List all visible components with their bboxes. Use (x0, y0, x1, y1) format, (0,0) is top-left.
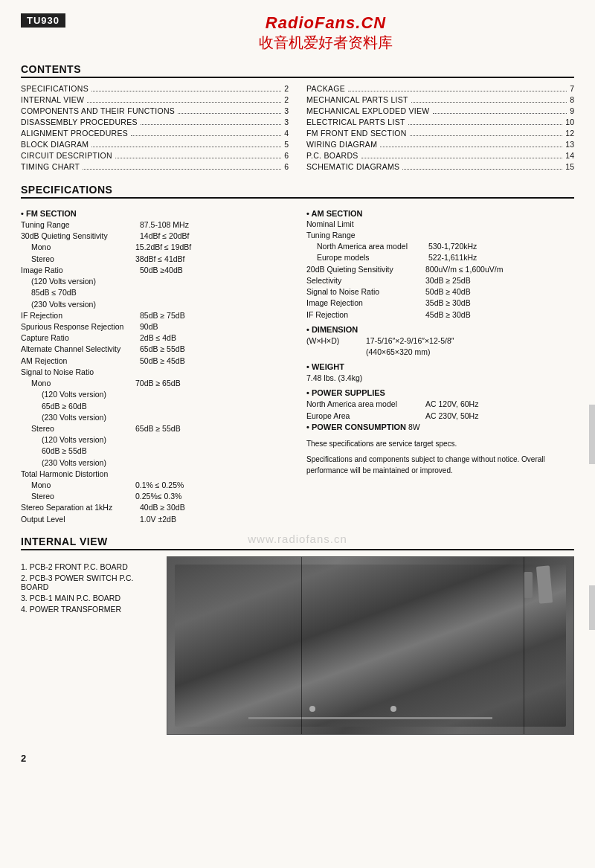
contents-left-col: SPECIFICATIONS2INTERNAL VIEW2COMPONENTS … (21, 84, 289, 173)
internal-label-item: 2. PCB-3 POWER SWITCH P.C. BOARD (21, 573, 155, 591)
spec-label: 30dB Quieting Sensitivity (21, 231, 140, 242)
fm-spec-row: Output Level1.0V ±2dB (21, 514, 289, 525)
contents-label: BLOCK DIAGRAM (21, 140, 89, 149)
internal-label-item: 4. POWER TRANSFORMER (21, 605, 155, 614)
specs-note: Specifications and components subject to… (306, 454, 574, 476)
dimension-row-2: (440×65×320 mm) (306, 347, 574, 358)
am-section-bullet: • AM SECTION (306, 209, 574, 218)
spec-value: (230 Volts version) (42, 457, 106, 469)
site-title: RadioFans.CN 收音机爱好者资料库 (77, 13, 574, 53)
contents-right-row: WIRING DIAGRAM13 (306, 140, 574, 150)
fm-spec-row: 65dB ≥ 60dB (21, 401, 289, 412)
spec-label: IF Rejection (21, 310, 140, 321)
spec-value: 15.2dBf ≤ 19dBf (135, 242, 191, 253)
spec-label: Stereo (31, 254, 135, 265)
spec-label: North America area model (317, 241, 428, 252)
contents-label: DISASSEMBLY PROCEDURES (21, 118, 138, 126)
spec-value: 45dB ≥ 30dB (425, 309, 471, 321)
contents-right-row: P.C. BOARDS14 (306, 151, 574, 161)
spec-label: IF Rejection (306, 309, 425, 321)
fm-spec-row: (120 Volts version) (21, 389, 289, 400)
contents-num: 14 (565, 151, 574, 160)
spec-value: 65dB ≥ 55dB (135, 423, 181, 434)
spec-value: 40dB ≥ 30dB (140, 502, 185, 513)
contents-right-row: MECHANICAL EXPLODED VIEW9 (306, 106, 574, 116)
spec-label: Selectivity (306, 275, 425, 286)
spec-value: 0.25%≤ 0.3% (135, 491, 181, 502)
spec-value: (120 Volts version) (31, 276, 96, 287)
fm-spec-row: Tuning Range87.5-108 MHz (21, 219, 289, 231)
header: TU930 RadioFans.CN 收音机爱好者资料库 (21, 13, 574, 53)
fm-spec-row: IF Rejection85dB ≥ 75dB (21, 310, 289, 321)
contents-left-row: SPECIFICATIONS2 (21, 84, 289, 94)
dimension-row: (W×H×D)17-5/16″×2-9/16″×12-5/8″ (306, 335, 574, 347)
model-tag: TU930 (21, 13, 65, 28)
contents-num: 2 (284, 84, 289, 93)
spec-value: 85dB ≤ 70dB (31, 287, 77, 298)
internal-view-heading: INTERNAL VIEW (21, 536, 574, 550)
contents-left-row: COMPONENTS AND THEIR FUNCTIONS3 (21, 106, 289, 116)
contents-num: 2 (284, 95, 289, 104)
contents-dots (178, 113, 281, 114)
spec-label: Europe Area (306, 411, 425, 422)
fm-spec-row: Total Harmonic Distortion (21, 469, 289, 480)
contents-dots (115, 158, 281, 158)
contents-right-col: PACKAGE7MECHANICAL PARTS LIST8MECHANICAL… (306, 84, 574, 173)
contents-left-row: INTERNAL VIEW2 (21, 95, 289, 105)
fm-spec-row: (120 Volts version) (21, 434, 289, 446)
internal-image-bg (167, 557, 573, 734)
spec-label: Mono (31, 242, 135, 253)
spec-value: (120 Volts version) (42, 389, 106, 400)
contents-label: MECHANICAL EXPLODED VIEW (306, 106, 430, 115)
power-consumption-row: • POWER CONSUMPTION 8W (306, 422, 574, 434)
contents-num: 4 (284, 129, 289, 138)
contents-grid: SPECIFICATIONS2INTERNAL VIEW2COMPONENTS … (21, 84, 574, 173)
contents-dots (141, 124, 281, 125)
power-supply-row: North America area modelAC 120V, 60Hz (306, 399, 574, 410)
fm-spec-row: Capture Ratio2dB ≤ 4dB (21, 332, 289, 344)
contents-num: 15 (565, 162, 574, 171)
spec-label: North America area model (306, 399, 425, 410)
contents-label: PACKAGE (306, 84, 345, 93)
contents-dots (361, 158, 563, 158)
contents-num: 6 (284, 151, 289, 160)
fm-spec-row: Mono0.1% ≤ 0.25% (21, 480, 289, 491)
spec-label: Alternate Channel Selectivity (21, 344, 140, 355)
contents-dots (91, 91, 281, 91)
fm-spec-row: AM Rejection50dB ≥ 45dB (21, 356, 289, 367)
contents-dots (433, 113, 567, 114)
specs-outer: • FM SECTIONTuning Range87.5-108 MHz30dB… (21, 205, 574, 525)
contents-num: 10 (565, 118, 574, 126)
contents-dots (131, 135, 281, 136)
contents-right-row: SCHEMATIC DIAGRAMS15 (306, 162, 574, 172)
contents-label: MECHANICAL PARTS LIST (306, 95, 408, 104)
contents-left-row: ALIGNMENT PROCEDURES4 (21, 129, 289, 138)
spec-label: Output Level (21, 514, 140, 525)
internal-view-section: 1. PCB-2 FRONT P.C. BOARD2. PCB-3 POWER … (21, 556, 574, 735)
fm-spec-row: Mono15.2dBf ≤ 19dBf (21, 242, 289, 253)
contents-left-row: DISASSEMBLY PROCEDURES3 (21, 118, 289, 127)
power-consumption-value: 8W (408, 422, 420, 434)
spec-label: 20dB Quieting Sensitivity (306, 264, 425, 275)
spec-value: 60dB ≥ 55dB (42, 446, 87, 457)
contents-label: WIRING DIAGRAM (306, 140, 377, 149)
contents-num: 6 (284, 162, 289, 171)
spec-value: 70dB ≥ 65dB (135, 378, 181, 389)
fm-spec-row: Stereo Separation at 1kHz40dB ≥ 30dB (21, 502, 289, 513)
spec-value: 50dB ≥ 45dB (140, 356, 185, 367)
spec-label: Tuning Range (306, 230, 425, 241)
power-supplies-bullet: • POWER SUPPLIES (306, 388, 574, 397)
spec-value: AC 120V, 60Hz (425, 399, 478, 410)
spec-label: Stereo (31, 491, 135, 502)
spec-value: 50dB ≥ 40dB (425, 286, 471, 298)
marker-line-2 (524, 557, 524, 734)
contents-label: ELECTRICAL PARTS LIST (306, 118, 405, 126)
contents-right-row: MECHANICAL PARTS LIST8 (306, 95, 574, 105)
contents-right-row: ELECTRICAL PARTS LIST10 (306, 118, 574, 127)
fm-spec-row: Stereo38dBf ≤ 41dBf (21, 254, 289, 265)
contents-label: COMPONENTS AND THEIR FUNCTIONS (21, 106, 175, 115)
marker-line-1 (301, 557, 302, 734)
spec-label: Total Harmonic Distortion (21, 469, 140, 480)
contents-num: 12 (565, 129, 574, 138)
spec-label: Europe models (317, 252, 428, 263)
